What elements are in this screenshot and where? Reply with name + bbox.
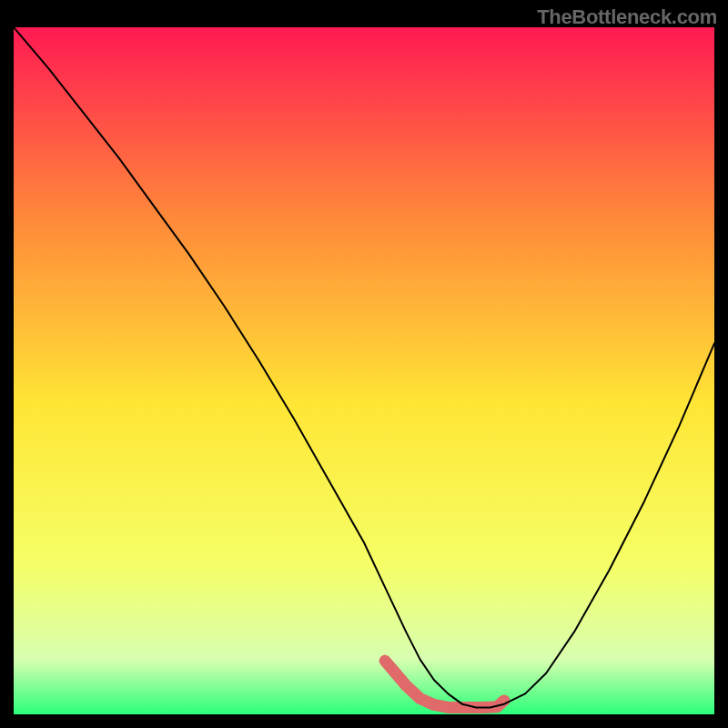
chart-frame: TheBottleneck.com	[0, 0, 728, 728]
plot-area	[14, 27, 714, 714]
chart-svg	[14, 27, 714, 714]
watermark-text: TheBottleneck.com	[537, 5, 717, 29]
gradient-background	[14, 27, 714, 714]
